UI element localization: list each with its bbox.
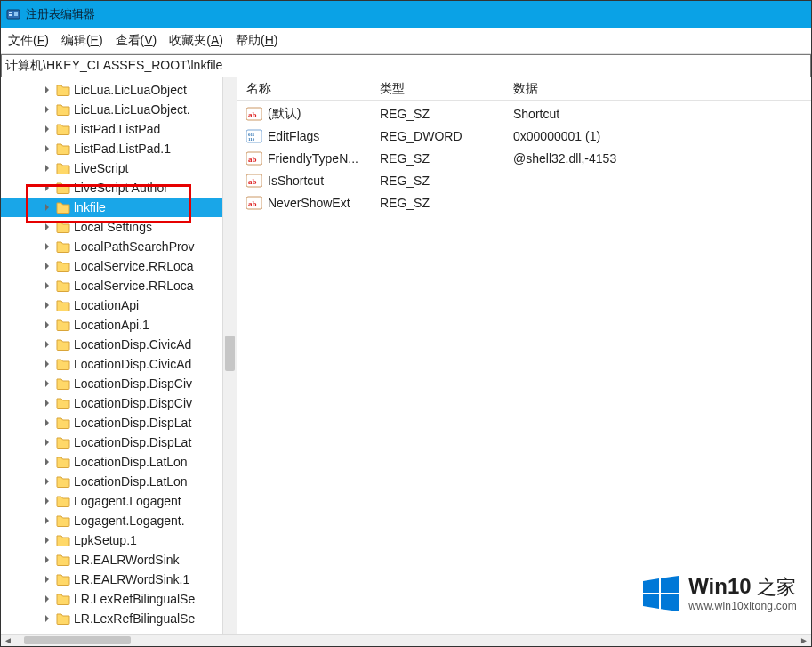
tree-item[interactable]: LR.EALRWordSink xyxy=(1,550,222,570)
regedit-icon xyxy=(6,7,20,21)
reg-string-icon xyxy=(246,174,262,188)
menu-view[interactable]: 查看(V) xyxy=(116,33,157,49)
expand-icon[interactable] xyxy=(42,359,52,369)
tree-item[interactable]: LR.EALRWordSink.1 xyxy=(1,570,222,589)
tree-item-label: LocationDisp.DispCiv xyxy=(74,396,192,410)
expand-icon[interactable] xyxy=(42,535,52,546)
horizontal-scrollbar[interactable]: ◄ ► xyxy=(1,634,811,646)
folder-icon xyxy=(56,220,70,234)
expand-icon[interactable] xyxy=(42,143,52,154)
expand-icon[interactable] xyxy=(42,241,52,252)
tree-item[interactable]: LicLua.LicLuaObject xyxy=(1,80,222,100)
column-data[interactable]: 数据 xyxy=(504,81,811,97)
menu-favorites[interactable]: 收藏夹(A) xyxy=(169,33,223,49)
scroll-right-arrow-icon[interactable]: ► xyxy=(797,635,811,646)
folder-icon xyxy=(56,200,70,214)
expand-icon[interactable] xyxy=(42,339,52,350)
expand-icon[interactable] xyxy=(42,515,52,526)
expand-icon[interactable] xyxy=(42,182,52,193)
expand-icon[interactable] xyxy=(42,104,52,115)
tree-item[interactable]: LocalService.RRLoca xyxy=(1,276,222,295)
expand-icon[interactable] xyxy=(42,163,52,174)
tree-item[interactable]: ListPad.ListPad xyxy=(1,119,222,139)
tree-item[interactable]: LocationDisp.DispLat xyxy=(1,433,222,452)
tree-item-label: LR.EALRWordSink.1 xyxy=(74,572,189,586)
menu-help[interactable]: 帮助(H) xyxy=(236,33,277,49)
tree-item[interactable]: lnkfile xyxy=(1,198,222,217)
scrollbar-thumb[interactable] xyxy=(225,336,235,371)
folder-icon xyxy=(56,161,70,175)
tree-item[interactable]: LocationDisp.LatLon xyxy=(1,472,222,491)
tree-item-label: LocalService.RRLoca xyxy=(74,259,194,273)
tree-item[interactable]: LiveScript Author xyxy=(1,178,222,198)
scrollbar-thumb[interactable] xyxy=(24,636,131,644)
svg-marker-4 xyxy=(643,578,659,593)
tree-item[interactable]: Logagent.Logagent xyxy=(1,491,222,511)
tree-item[interactable]: LocationDisp.LatLon xyxy=(1,452,222,472)
expand-icon[interactable] xyxy=(42,261,52,271)
value-row[interactable]: (默认)REG_SZShortcut xyxy=(237,102,811,125)
folder-icon xyxy=(56,239,70,254)
folder-icon xyxy=(56,396,70,410)
tree-item-label: Local Settings xyxy=(74,220,152,234)
expand-icon[interactable] xyxy=(42,280,52,291)
expand-icon[interactable] xyxy=(42,417,52,428)
tree-item[interactable]: Logagent.Logagent. xyxy=(1,511,222,530)
expand-icon[interactable] xyxy=(42,554,52,565)
tree-item[interactable]: ListPad.ListPad.1 xyxy=(1,139,222,158)
tree-item-label: LiveScript xyxy=(74,161,128,175)
tree-item[interactable]: LiveScript xyxy=(1,158,222,178)
main-area: LicLua.LicLuaObjectLicLua.LicLuaObject.L… xyxy=(1,77,811,634)
menu-edit[interactable]: 编辑(E) xyxy=(61,33,103,49)
address-bar[interactable]: 计算机\HKEY_CLASSES_ROOT\lnkfile xyxy=(1,54,811,77)
column-type[interactable]: 类型 xyxy=(371,81,504,97)
value-row[interactable]: IsShortcutREG_SZ xyxy=(237,169,811,191)
expand-icon[interactable] xyxy=(42,437,52,448)
value-row[interactable]: NeverShowExtREG_SZ xyxy=(237,191,811,214)
reg-binary-icon xyxy=(246,129,262,143)
tree-item[interactable]: LocationApi xyxy=(1,295,222,315)
menu-file[interactable]: 文件(F) xyxy=(8,33,49,49)
tree-item[interactable]: LocationDisp.DispCiv xyxy=(1,374,222,393)
expand-icon[interactable] xyxy=(42,496,52,506)
expand-icon[interactable] xyxy=(42,457,52,467)
folder-icon xyxy=(56,474,70,489)
expand-icon[interactable] xyxy=(42,613,52,624)
expand-icon[interactable] xyxy=(42,85,52,95)
expand-icon[interactable] xyxy=(42,202,52,213)
value-row[interactable]: FriendlyTypeN...REG_SZ@shell32.dll,-4153 xyxy=(237,147,811,169)
tree-item[interactable]: LocationDisp.CivicAd xyxy=(1,354,222,374)
expand-icon[interactable] xyxy=(42,300,52,311)
tree-item[interactable]: LocalService.RRLoca xyxy=(1,256,222,276)
scrollbar-track[interactable] xyxy=(15,635,797,646)
value-row[interactable]: EditFlagsREG_DWORD0x00000001 (1) xyxy=(237,125,811,147)
tree-item[interactable]: LR.LexRefBilingualSe xyxy=(1,589,222,609)
expand-icon[interactable] xyxy=(42,222,52,232)
expand-icon[interactable] xyxy=(42,124,52,134)
value-type: REG_SZ xyxy=(371,151,504,166)
tree-item[interactable]: LocationDisp.DispLat xyxy=(1,413,222,433)
tree-item[interactable]: LocalPathSearchProv xyxy=(1,237,222,256)
tree-item[interactable]: LR.LexRefBilingualSe xyxy=(1,609,222,628)
expand-icon[interactable] xyxy=(42,398,52,408)
tree-item[interactable]: LpkSetup.1 xyxy=(1,530,222,550)
expand-icon[interactable] xyxy=(42,594,52,604)
tree-item[interactable]: LocationDisp.DispCiv xyxy=(1,393,222,413)
folder-icon xyxy=(56,357,70,371)
scroll-left-arrow-icon[interactable]: ◄ xyxy=(1,635,15,646)
tree-scroll[interactable]: LicLua.LicLuaObjectLicLua.LicLuaObject.L… xyxy=(1,77,222,634)
tree-item[interactable]: Local Settings xyxy=(1,217,222,237)
value-type: REG_SZ xyxy=(371,107,504,121)
expand-icon[interactable] xyxy=(42,574,52,585)
tree-vertical-scrollbar[interactable] xyxy=(222,77,237,634)
expand-icon[interactable] xyxy=(42,378,52,389)
expand-icon[interactable] xyxy=(42,319,52,330)
tree-item[interactable]: LicLua.LicLuaObject. xyxy=(1,100,222,119)
folder-icon xyxy=(56,102,70,117)
tree-item[interactable]: LocationApi.1 xyxy=(1,315,222,335)
expand-icon[interactable] xyxy=(42,476,52,487)
tree-item-label: Logagent.Logagent xyxy=(74,494,181,508)
tree-item[interactable]: LocationDisp.CivicAd xyxy=(1,335,222,354)
column-name[interactable]: 名称 xyxy=(237,81,371,97)
folder-icon xyxy=(56,122,70,136)
